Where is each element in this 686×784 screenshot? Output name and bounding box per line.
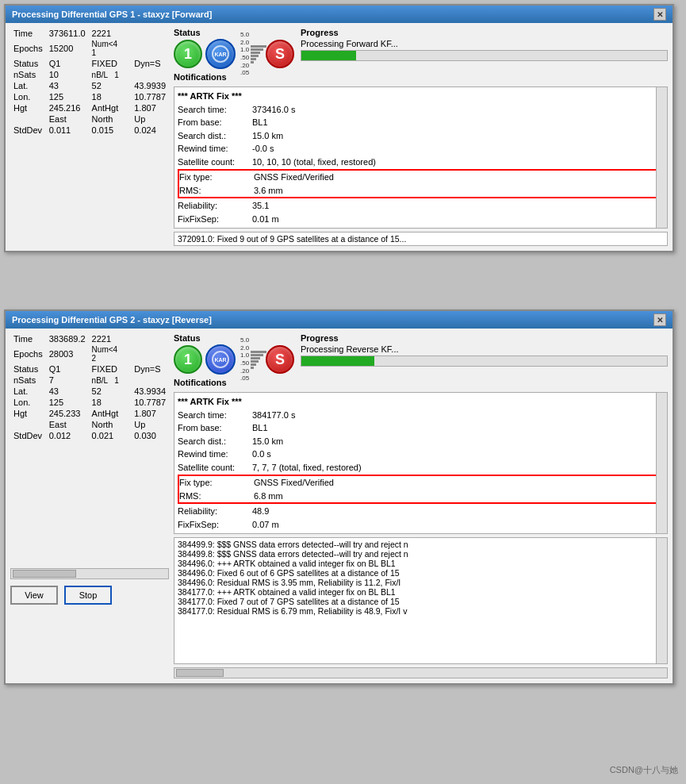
stddev-u-2: 0.030 [131, 430, 169, 441]
fix-type-key-2: Fix type: [179, 476, 251, 490]
log-line-item: 384499.9: $$$ GNSS data errors detected-… [178, 540, 664, 549]
hgt-val: 245.216 [46, 102, 89, 113]
nb-label: nB/L [92, 71, 108, 79]
log-line-item: 384496.0: Residual RMS is 3.95 mm, Relia… [178, 578, 664, 587]
notif-row-fix-type-2: Fix type: GNSS Fixed/Verified [179, 476, 662, 490]
anthgt-val-2: 1.807 [131, 408, 169, 419]
scroll-thumb-h-2[interactable] [176, 669, 224, 677]
fixfix-key: FixFixSep: [178, 213, 249, 226]
close-button-1[interactable]: ✕ [653, 8, 666, 21]
scrollbar-v-1[interactable] [656, 87, 667, 228]
hgt-label-2: Hgt [10, 408, 46, 419]
rms-key-2: RMS: [179, 490, 251, 503]
close-button-2[interactable]: ✕ [653, 313, 666, 326]
time-val2-2: 2221 [89, 333, 132, 344]
notif-row-rewind: Rewind time: -0.0 s [178, 142, 664, 156]
epochs-val-2: 28003 [46, 344, 89, 363]
search-time-key-2: Search time: [178, 409, 249, 422]
scroll-thumb-left[interactable] [13, 570, 76, 578]
east-label-2: East [46, 419, 89, 430]
log-lines-container: 384499.9: $$$ GNSS data errors detected-… [178, 540, 664, 616]
kar-icon-2: KAR [205, 344, 236, 375]
search-time-key: Search time: [178, 103, 249, 117]
scrollbar-h-2[interactable] [174, 667, 668, 678]
anthgt-val: 1.807 [131, 102, 169, 113]
notifications-label-1: Notifications [174, 72, 668, 82]
scale-icon-2: 5.0 2.0 1.0 .50 .20 .05 [239, 344, 263, 375]
rewind-key-2: Rewind time: [178, 448, 249, 461]
rms-val-2: 6.8 mm [254, 490, 283, 503]
nsats-label: nSats [10, 69, 46, 80]
time-val2: 2221 [89, 28, 132, 39]
stddev-e: 0.011 [46, 125, 89, 136]
sat-count-val-2: 7, 7, 7 (total, fixed, restored) [252, 461, 362, 475]
hgt-label: Hgt [10, 102, 46, 113]
highlight-box-2: Fix type: GNSS Fixed/Verified RMS: 6.8 m… [178, 475, 664, 504]
lon-label: Lon. [10, 91, 46, 102]
notifications-box-2: *** ARTK Fix *** Search time: 384177.0 s… [174, 392, 668, 534]
status-val1: Q1 [46, 58, 89, 69]
nb-val-2: 1 [114, 376, 119, 385]
status-val1-2: Q1 [46, 363, 89, 375]
from-base-val-2: BL1 [252, 421, 268, 435]
num4-label-2: Num<4 [92, 345, 118, 354]
progress-bar-fill-1 [301, 51, 356, 60]
from-base-key: From base: [178, 116, 249, 129]
nsats-val-2: 7 [46, 375, 89, 386]
status-label: Status [10, 58, 46, 69]
stddev-label-2: StdDev [10, 430, 46, 441]
log-area-1: 372091.0: Fixed 9 out of 9 GPS satellite… [174, 232, 668, 246]
rms-val: 3.6 mm [254, 184, 283, 198]
notif-row-reliability: Reliability: 35.1 [178, 199, 664, 213]
num4-val-2: 2 [92, 354, 97, 363]
sat-count-key-2: Satellite count: [178, 461, 249, 475]
notif-row-sat-count: Satellite count: 10, 10, 10 (total, fixe… [178, 156, 664, 169]
status-icons-1: 1 KAR 5.0 2.0 1.0 .50 [174, 39, 294, 69]
lat-label-2: Lat. [10, 386, 46, 397]
fixfix-val: 0.01 m [252, 213, 279, 226]
nb-val: 1 [114, 71, 119, 79]
reliability-key-2: Reliability: [178, 505, 249, 518]
sat-count-val: 10, 10, 10 (total, fixed, restored) [252, 156, 376, 169]
status-section-label: Status [174, 28, 294, 37]
search-dist-val: 15.0 km [252, 129, 283, 143]
stop-button[interactable]: Stop [64, 586, 112, 605]
fix-type-val-2: GNSS Fixed/Verified [254, 476, 334, 490]
notif-row-fix-type: Fix type: GNSS Fixed/Verified [179, 171, 662, 184]
notifications-box-1: *** ARTK Fix *** Search time: 373416.0 s… [174, 86, 668, 229]
scrollbar-v-log[interactable] [656, 538, 667, 663]
fixfix-val-2: 0.07 m [252, 518, 279, 532]
hgt-val-2: 245.233 [46, 408, 89, 419]
lon-val3-2: 10.7787 [131, 397, 169, 408]
search-time-val: 373416.0 s [252, 103, 295, 117]
stddev-label: StdDev [10, 125, 46, 136]
right-panel-2: Status 1 KAR 5.0 2.0 1.0 [174, 333, 668, 678]
right-panel-1: Status 1 KAR 5.0 2.0 1.0 [174, 28, 668, 246]
notif-row-reliability-2: Reliability: 48.9 [178, 505, 664, 518]
scrollbar-h-left[interactable] [10, 568, 169, 579]
north-label: North [89, 113, 132, 125]
lon-val1: 125 [46, 91, 89, 102]
log-line-item: 384177.0: +++ ARTK obtained a valid inte… [178, 587, 664, 597]
fixfix-key-2: FixFixSep: [178, 518, 249, 532]
progress-bar-container-1 [301, 50, 668, 61]
fix-type-key: Fix type: [179, 171, 251, 184]
status-box-2: Status 1 KAR 5.0 2.0 1.0 [174, 333, 294, 375]
status-val2: FIXED [89, 58, 132, 69]
search-dist-key: Search dist.: [178, 129, 249, 143]
log-line-item: 384499.8: $$$ GNSS data errors detected-… [178, 549, 664, 559]
search-dist-val-2: 15.0 km [252, 435, 283, 448]
dyn-val-2: Dyn=S [131, 363, 169, 375]
progress-bar-container-2 [301, 355, 668, 367]
north-label-2: North [89, 419, 132, 430]
notif-row-search-time-2: Search time: 384177.0 s [178, 409, 664, 422]
scrollbar-v-2[interactable] [656, 393, 667, 533]
highlight-box-1: Fix type: GNSS Fixed/Verified RMS: 3.6 m… [178, 169, 664, 198]
rms-key: RMS: [179, 184, 251, 198]
view-button[interactable]: View [10, 586, 58, 605]
window-2-title: Processing Differential GPS 2 - staxyz [… [6, 311, 673, 329]
progress-bar-fill-2 [301, 356, 374, 366]
status-num-icon-2: 1 [174, 345, 202, 374]
watermark: CSDN@十八与她 [610, 764, 678, 776]
up-label-2: Up [131, 419, 169, 430]
